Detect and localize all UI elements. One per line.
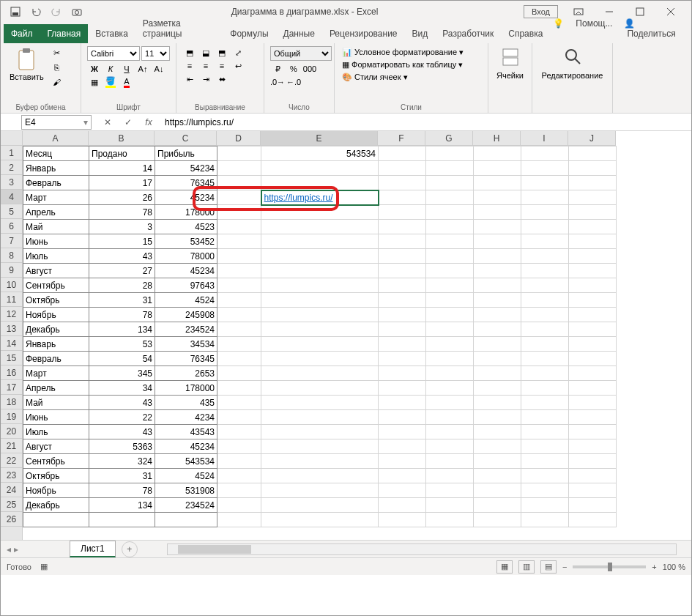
cell[interactable] [521, 396, 569, 410]
cell[interactable] [474, 381, 521, 396]
tab-1[interactable]: Вставка [88, 24, 135, 43]
cell[interactable] [426, 352, 474, 366]
cell[interactable] [569, 234, 617, 249]
row-header-26[interactable]: 26 [1, 512, 22, 527]
cell[interactable] [426, 308, 474, 322]
cell[interactable] [379, 322, 426, 337]
tab-5[interactable]: Рецензирование [322, 24, 405, 43]
cell[interactable] [569, 278, 617, 293]
cell[interactable] [521, 352, 569, 366]
cell[interactable] [261, 498, 379, 513]
cell[interactable] [426, 234, 474, 249]
italic-button[interactable]: К [103, 62, 118, 75]
row-header-8[interactable]: 8 [1, 248, 22, 263]
row-header-2[interactable]: 2 [1, 160, 22, 175]
cell[interactable] [261, 264, 379, 278]
cell[interactable]: 43 [89, 425, 155, 439]
share-button[interactable]: 👤 Поделиться [621, 14, 682, 43]
cell[interactable] [379, 278, 426, 293]
cell[interactable]: 134 [89, 498, 155, 513]
cell[interactable] [474, 234, 521, 249]
cell[interactable] [426, 498, 474, 513]
cell[interactable] [155, 513, 217, 527]
cell[interactable] [474, 249, 521, 264]
cell[interactable] [521, 483, 569, 498]
formula-input[interactable] [162, 115, 691, 130]
cell[interactable] [379, 454, 426, 469]
cell[interactable]: 17 [89, 176, 155, 190]
currency-icon[interactable]: ₽ [270, 62, 285, 75]
row-header-16[interactable]: 16 [1, 365, 22, 380]
cell[interactable]: 4524 [155, 293, 217, 308]
col-header-A[interactable]: A [23, 131, 89, 145]
cell[interactable] [521, 322, 569, 337]
col-header-G[interactable]: G [425, 131, 473, 145]
cell[interactable] [261, 234, 379, 249]
cell[interactable] [426, 293, 474, 308]
cell[interactable]: 76345 [155, 176, 217, 190]
cell[interactable]: 324 [89, 454, 155, 469]
cell[interactable] [569, 454, 617, 469]
cell[interactable]: 28 [89, 278, 155, 293]
cell[interactable]: Февраль [23, 352, 89, 366]
cell[interactable] [261, 161, 379, 176]
cell[interactable]: 78 [89, 483, 155, 498]
cell[interactable] [217, 278, 261, 293]
cell[interactable]: 53452 [155, 234, 217, 249]
cell[interactable]: 78 [89, 308, 155, 322]
cell[interactable] [379, 337, 426, 352]
cell[interactable] [217, 234, 261, 249]
view-normal-icon[interactable]: ▦ [496, 560, 513, 574]
cell[interactable] [521, 366, 569, 381]
cell[interactable]: Продано [89, 146, 155, 161]
paste-button[interactable]: Вставить [7, 46, 47, 83]
cell[interactable] [426, 483, 474, 498]
cell[interactable] [521, 439, 569, 454]
cell[interactable] [474, 513, 521, 527]
font-size-select[interactable]: 11 [141, 46, 170, 61]
cell[interactable] [474, 322, 521, 337]
row-header-1[interactable]: 1 [1, 146, 22, 160]
help-link[interactable]: Помощ... [573, 14, 615, 43]
cell[interactable]: 31 [89, 469, 155, 483]
cell[interactable] [474, 205, 521, 220]
cell[interactable] [569, 205, 617, 220]
align-bottom-icon[interactable]: ⬒ [215, 46, 229, 59]
cell[interactable] [474, 264, 521, 278]
format-painter-icon[interactable]: 🖌 [50, 75, 64, 89]
cell[interactable] [569, 366, 617, 381]
cell[interactable] [379, 513, 426, 527]
cell[interactable] [521, 190, 569, 205]
cell[interactable] [474, 278, 521, 293]
cell[interactable]: Август [23, 264, 89, 278]
cell[interactable] [426, 249, 474, 264]
cell[interactable] [379, 220, 426, 234]
cell[interactable] [261, 381, 379, 396]
cell[interactable] [217, 439, 261, 454]
zoom-out-icon[interactable]: − [562, 563, 567, 571]
cell[interactable]: Октябрь [23, 469, 89, 483]
cell[interactable] [217, 220, 261, 234]
align-center-icon[interactable]: ≡ [198, 59, 213, 73]
cell[interactable] [521, 308, 569, 322]
cell-styles-button[interactable]: 🎨 Стили ячеек ▾ [341, 71, 482, 84]
cell[interactable]: 3 [89, 220, 155, 234]
cell[interactable] [521, 425, 569, 439]
cell[interactable]: 178000 [155, 381, 217, 396]
cell[interactable]: Апрель [23, 205, 89, 220]
fx-icon[interactable]: fx [141, 115, 156, 130]
cell[interactable]: 5363 [89, 439, 155, 454]
save-icon[interactable] [7, 3, 24, 21]
fill-color-icon[interactable]: 🪣 [103, 75, 118, 89]
conditional-formatting-button[interactable]: 📊 Условное форматирование ▾ [341, 46, 482, 59]
cell[interactable]: 26 [89, 190, 155, 205]
cell[interactable] [426, 366, 474, 381]
tab-6[interactable]: Вид [405, 24, 436, 43]
cell[interactable] [261, 366, 379, 381]
row-header-10[interactable]: 10 [1, 278, 22, 292]
cell[interactable] [379, 146, 426, 161]
cell[interactable]: Июнь [23, 410, 89, 425]
row-header-4[interactable]: 4 [1, 190, 22, 204]
tell-me-icon[interactable]: 💡 [550, 14, 567, 43]
cell[interactable] [521, 513, 569, 527]
